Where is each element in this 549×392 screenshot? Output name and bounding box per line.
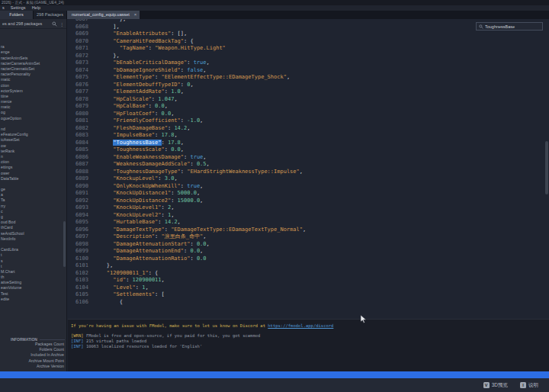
sidebar-folder-item[interactable]: ttine [0, 94, 64, 99]
code-line: 6086 "EnableWeaknessDamage": true, [68, 154, 549, 162]
sidebar-folder-item[interactable]: terRank [0, 149, 64, 154]
sidebar-folder-item[interactable]: racterCinematicSet [0, 66, 64, 72]
code-text: "KnockUpDistance1": 5000.0, [94, 190, 200, 198]
token-p: , [145, 284, 148, 291]
sidebar-folder-item[interactable]: eamVolume [0, 285, 64, 291]
sidebar-folder-item[interactable]: a [0, 192, 64, 198]
sidebar-folder-item[interactable]: oud Bod [0, 220, 64, 225]
sidebar-folder-item[interactable]: g [0, 214, 64, 220]
log-message: 10063 localized resources loaded for 'En… [86, 344, 202, 349]
sidebar-folder-item[interactable]: racterCameraAnimSet [0, 61, 64, 66]
token-k: "FleshDamageBase" [94, 125, 168, 131]
sidebar-folder-item[interactable]: ativeSetting [0, 280, 64, 285]
code-text: "ToughnessScale": 0.0, [94, 146, 184, 154]
sidebar-folder-item[interactable]: ow [0, 143, 64, 149]
code-line: 6090 "OnlyKnockUpWhenKill": true, [68, 183, 549, 191]
discord-link[interactable]: https://fmodel.app/discord [268, 323, 333, 328]
code-text: "Settlements": [ [94, 291, 165, 299]
info-row: Packages Count [0, 342, 67, 347]
token-p: { [94, 299, 123, 305]
token-b: true [187, 183, 200, 189]
code-text: "FriendlyCoefficient": -1.0, [94, 117, 203, 125]
sidebar-folder-item[interactable]: CardLibra [0, 247, 64, 252]
token-p: , [203, 233, 206, 239]
status-action-i[interactable]: I说明 [520, 382, 538, 389]
sidebar-folder-item[interactable]: merce [0, 99, 64, 104]
token-p: , [171, 204, 174, 210]
sidebar-folder-item[interactable]: NextInfo [0, 236, 64, 242]
more-options-icon[interactable]: ⋮ [59, 21, 64, 27]
code-text: "CameraHitFeedBackTag": { [94, 38, 194, 46]
sidebar-folder-item[interactable]: th [0, 275, 64, 280]
sidebar-folder-item[interactable]: nd [0, 127, 64, 132]
token-p: : [155, 132, 161, 138]
code-line: 6105 "Settlements": [ [68, 291, 549, 299]
sidebar-folder-item[interactable]: ction [0, 159, 64, 165]
tab-document[interactable]: numerical_config_equip.uasset × [67, 11, 140, 19]
sidebar-folder-item[interactable]: seAndSchool [0, 231, 64, 236]
menu-item-help[interactable]: Help [32, 5, 40, 11]
search-input[interactable] [485, 24, 540, 29]
sidebar-folder-item[interactable]: ectorSystem [0, 88, 64, 94]
sidebar-scrollbar[interactable] [63, 221, 66, 267]
close-icon[interactable]: × [134, 11, 137, 19]
sidebar-folder-item[interactable]: ogueOption [0, 116, 64, 121]
sidebar-folder-item[interactable]: M.Chart [0, 269, 64, 275]
code-line: 6082 "FleshDamageBase": 14.2, [68, 125, 549, 133]
code-line: 6074 "bDamageIgnoreShield": false, [68, 67, 549, 75]
sidebar-folder-item[interactable]: ower [0, 171, 64, 176]
sidebar-folder-item[interactable]: og [0, 110, 64, 115]
menu-item-settings[interactable]: Settings [11, 5, 26, 11]
sidebar-folder-item[interactable]: thCard [0, 225, 64, 230]
token-k: "Settlements" [94, 291, 155, 297]
token-k: "120900011_1" [94, 270, 149, 276]
token-p: : [187, 59, 193, 66]
token-k: "KnockUpLevel2" [94, 212, 162, 218]
code-line: 6069 "EnableAttributes": [], [68, 31, 549, 38]
token-k: "DamageAttenuationStart" [94, 241, 190, 247]
token-p: , [187, 125, 190, 131]
sidebar-folder-item[interactable]: racterPersonality [0, 72, 64, 77]
token-p: , [207, 241, 210, 247]
sidebar-folder-item[interactable]: ettings [0, 165, 64, 170]
sidebar-folder-item[interactable]: matic [0, 104, 64, 110]
tab-folders[interactable]: Folders [0, 11, 34, 19]
sidebar-folder-item[interactable]: ra [0, 44, 64, 50]
token-p: : [190, 161, 196, 167]
sidebar-folder-item[interactable]: DataTable [0, 176, 64, 182]
sidebar-folder-item[interactable]: Ta [0, 198, 64, 203]
tab-298-packages[interactable]: 298 Packages [34, 11, 67, 19]
menu-item-s[interactable]: s [2, 5, 5, 11]
code-text: "bDamageIgnoreShield": false, [94, 67, 207, 75]
sidebar-folder-item[interactable]: Test [0, 291, 64, 297]
information-rows: Packages CountFolders CountIncluded In A… [0, 342, 67, 369]
status-action-v[interactable]: V3D预览 [483, 382, 508, 389]
code-text: "ElementAddRate": 1.0, [94, 88, 184, 96]
token-k: "ToughnessScale" [94, 146, 165, 153]
sidebar-folder-item[interactable]: t [0, 252, 64, 258]
sidebar-folder-item[interactable]: ge [0, 187, 64, 192]
sidebar-folder-item[interactable]: eFeatureConfig [0, 132, 64, 137]
token-p: }, [94, 53, 120, 59]
search-icon[interactable] [52, 21, 57, 27]
sidebar-folder-item[interactable]: ction [0, 83, 64, 88]
token-k: "ElementAddRate" [94, 88, 165, 95]
token-p: , [174, 132, 177, 138]
code-line: 6102 "120900011_1": { [68, 270, 549, 278]
code-text: { [94, 299, 123, 307]
sidebar-folder-item[interactable]: rry [0, 204, 64, 209]
sidebar-folder-item[interactable]: c [0, 209, 64, 214]
sidebar-folder-item[interactable]: edite [0, 297, 64, 302]
sidebar-folder-item[interactable]: t [0, 264, 64, 269]
sidebar-folder-item[interactable]: enge [0, 50, 64, 55]
sidebar-folder-item[interactable]: icAssetSet [0, 137, 64, 143]
line-number: 6101 [68, 262, 94, 270]
code-line: 6088 "ToughnessDamageType": "EHardStrigh… [68, 169, 549, 176]
sidebar-folder-item[interactable]: racterAnimSets [0, 56, 64, 61]
code-scrollbar[interactable] [545, 141, 548, 194]
sidebar-folder-item[interactable]: s [0, 259, 64, 264]
token-p: : [162, 212, 168, 218]
line-number: 6102 [68, 270, 94, 278]
sidebar-folder-item[interactable]: matic [0, 77, 64, 82]
sidebar-folder-item[interactable]: n [0, 154, 64, 159]
